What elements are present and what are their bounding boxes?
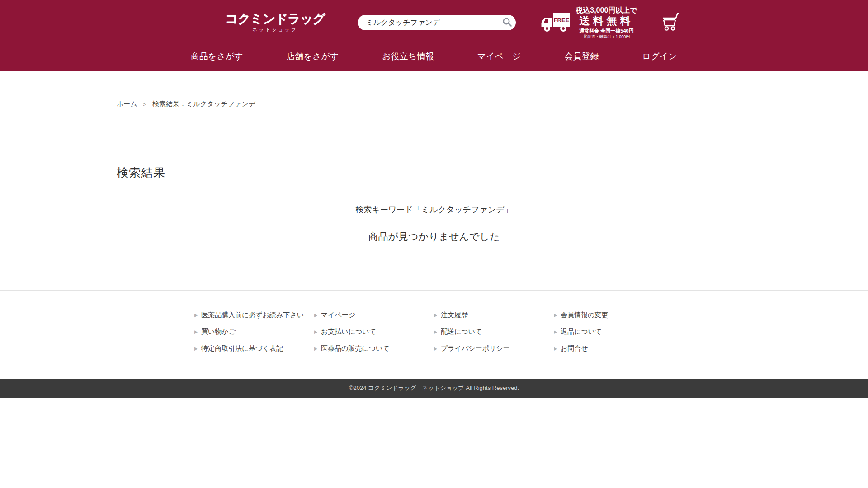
arrow-right-icon: ▶ xyxy=(554,346,557,352)
arrow-right-icon: ▶ xyxy=(194,313,198,318)
footer-link-label: お支払いについて xyxy=(321,328,376,336)
footer-link-label: 買い物かご xyxy=(201,328,236,336)
cart-icon xyxy=(661,25,681,33)
arrow-right-icon: ▶ xyxy=(314,346,317,352)
shipping-info-text: 税込3,000円以上で 送料無料 通常料金 全国一律540円 北海道・離島は＋1… xyxy=(576,6,637,39)
search-input[interactable] xyxy=(358,15,516,30)
breadcrumb-separator: ＞ xyxy=(142,101,148,108)
footer-link-member-info[interactable]: ▶ 会員情報の変更 xyxy=(554,311,674,319)
site-logo[interactable]: コクミンドラッグ ネットショップ xyxy=(225,12,325,33)
page-title: 検索結果 xyxy=(117,165,751,181)
footer-link-label: 配送について xyxy=(441,328,482,336)
footer-link-label: マイページ xyxy=(321,311,355,319)
breadcrumb-home-link[interactable]: ホーム xyxy=(117,100,137,108)
footer-link-cart[interactable]: ▶ 買い物かご xyxy=(194,328,314,336)
free-shipping-banner: FREE 税込3,000円以上で 送料無料 通常料金 全国一律540円 北海道・… xyxy=(541,6,637,39)
search-icon xyxy=(502,22,513,29)
footer-link-drug-sales[interactable]: ▶ 医薬品の販売について xyxy=(314,344,434,353)
nav-item-login[interactable]: ログイン xyxy=(642,51,677,62)
logo-subtitle: ネットショップ xyxy=(225,27,325,33)
copyright-text: ©2024 コクミンドラッグ ネットショップ All Rights Reserv… xyxy=(349,384,519,392)
nav-item-products[interactable]: 商品をさがす xyxy=(191,51,243,62)
shipping-remote-fee: 北海道・離島は＋1,000円 xyxy=(576,34,637,39)
main-navigation: 商品をさがす 店舗をさがす お役立ち情報 マイページ 会員登録 ログイン xyxy=(172,45,696,71)
site-footer: ▶ 医薬品購入前に必ずお読み下さい ▶ マイページ ▶ 注文履歴 ▶ 会員情報の… xyxy=(0,291,868,398)
nav-item-stores[interactable]: 店舗をさがす xyxy=(287,51,339,62)
footer-link-commercial-law[interactable]: ▶ 特定商取引法に基づく表記 xyxy=(194,344,314,353)
nav-item-register[interactable]: 会員登録 xyxy=(564,51,599,62)
arrow-right-icon: ▶ xyxy=(314,313,317,318)
cart-button[interactable] xyxy=(661,12,681,33)
shipping-normal-fee: 通常料金 全国一律540円 xyxy=(576,28,637,34)
footer-link-label: 医薬品購入前に必ずお読み下さい xyxy=(201,311,304,319)
nav-item-mypage[interactable]: マイページ xyxy=(477,51,521,62)
footer-link-label: 注文履歴 xyxy=(441,311,468,319)
delivery-truck-icon: FREE xyxy=(541,12,571,33)
arrow-right-icon: ▶ xyxy=(554,329,557,335)
search-keyword-line: 検索キーワード「ミルクタッチファンデ」 xyxy=(117,204,751,215)
footer-link-label: 特定商取引法に基づく表記 xyxy=(201,344,283,353)
arrow-right-icon: ▶ xyxy=(434,313,437,318)
arrow-right-icon: ▶ xyxy=(434,346,437,352)
arrow-right-icon: ▶ xyxy=(314,329,317,335)
footer-link-drug-notice[interactable]: ▶ 医薬品購入前に必ずお読み下さい xyxy=(194,311,314,319)
arrow-right-icon: ▶ xyxy=(194,329,198,335)
nav-item-useful-info[interactable]: お役立ち情報 xyxy=(382,51,434,62)
shipping-condition: 税込3,000円以上で xyxy=(576,6,637,14)
footer-link-returns[interactable]: ▶ 返品について xyxy=(554,328,674,336)
main-content: 検索結果 検索キーワード「ミルクタッチファンデ」 商品が見つかりませんでした xyxy=(117,165,751,244)
search-bar xyxy=(358,15,516,30)
arrow-right-icon: ▶ xyxy=(434,329,437,335)
arrow-right-icon: ▶ xyxy=(194,346,198,352)
search-button[interactable] xyxy=(500,16,514,29)
header-top-row: コクミンドラッグ ネットショップ xyxy=(163,0,705,45)
footer-link-mypage[interactable]: ▶ マイページ xyxy=(314,311,434,319)
no-results-message: 商品が見つかりませんでした xyxy=(117,230,751,244)
footer-link-order-history[interactable]: ▶ 注文履歴 xyxy=(434,311,554,319)
site-header: コクミンドラッグ ネットショップ xyxy=(0,0,868,71)
footer-link-privacy-policy[interactable]: ▶ プライバシーポリシー xyxy=(434,344,554,353)
footer-link-label: 会員情報の変更 xyxy=(561,311,608,319)
arrow-right-icon: ▶ xyxy=(554,313,557,318)
footer-link-label: 返品について xyxy=(561,328,602,336)
footer-link-delivery[interactable]: ▶ 配送について xyxy=(434,328,554,336)
footer-link-payment[interactable]: ▶ お支払いについて xyxy=(314,328,434,336)
footer-link-label: 医薬品の販売について xyxy=(321,344,390,353)
svg-text:FREE: FREE xyxy=(554,17,570,23)
footer-link-contact[interactable]: ▶ お問合せ xyxy=(554,344,674,353)
copyright-bar: ©2024 コクミンドラッグ ネットショップ All Rights Reserv… xyxy=(0,379,868,398)
footer-links-grid: ▶ 医薬品購入前に必ずお読み下さい ▶ マイページ ▶ 注文履歴 ▶ 会員情報の… xyxy=(194,291,674,353)
footer-link-label: お問合せ xyxy=(561,344,588,353)
breadcrumb-current: 検索結果：ミルクタッチファンデ xyxy=(152,100,256,108)
logo-text: コクミンドラッグ xyxy=(225,12,325,25)
breadcrumb: ホーム＞検索結果：ミルクタッチファンデ xyxy=(117,71,751,108)
shipping-free-label: 送料無料 xyxy=(576,15,637,27)
footer-link-label: プライバシーポリシー xyxy=(441,344,510,353)
